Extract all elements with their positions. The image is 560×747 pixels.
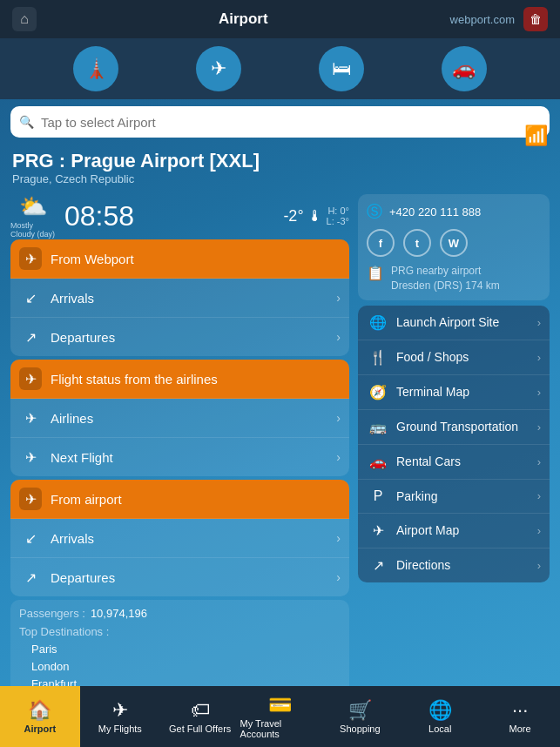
departures-item-1[interactable]: ↗ Departures › (10, 318, 349, 356)
tab-icon: 🌐 (428, 699, 452, 722)
tab-bar: 🏠 Airport ✈ My Flights 🏷 Get Full Offers… (0, 686, 560, 747)
search-bar[interactable]: 🔍 (10, 106, 550, 138)
rm-icon: ✈ (367, 522, 389, 539)
from-webport-header[interactable]: ✈ From Webport (10, 239, 349, 279)
from-airport-header[interactable]: ✈ From airport (10, 480, 349, 519)
flight-status-header[interactable]: ✈ Flight status from the airlines (10, 360, 349, 399)
right-menu-item[interactable]: 🍴 Food / Shops › (358, 340, 550, 375)
arrivals-item-2[interactable]: ↙ Arrivals › (10, 519, 349, 558)
nav-icons-row: 🗼 ✈ 🛏 🚗 (0, 38, 560, 99)
passengers-row: Passengers : 10,974,196 (19, 607, 341, 620)
facebook-icon[interactable]: f (367, 229, 395, 257)
right-menu: 🌐 Launch Airport Site › 🍴 Food / Shops ›… (358, 306, 550, 582)
rm-label: Food / Shops (396, 350, 537, 364)
webport-link[interactable]: webport.com (450, 13, 515, 26)
tab-label: Local (428, 723, 451, 734)
rm-label: Parking (396, 489, 537, 503)
airport-details: Ⓢ +420 220 111 888 f t W 📋 PRG nearby ai… (358, 194, 550, 300)
temp-low: L: -3° (327, 216, 349, 226)
rm-label: Airport Map (396, 523, 537, 537)
arrivals-icon-2: ↙ (19, 527, 42, 549)
flight-nav-icon[interactable]: ✈ (196, 46, 241, 91)
rm-icon: 🌐 (367, 314, 389, 331)
weather-emoji: ⛅ (19, 193, 47, 220)
social-row: f t W (367, 229, 541, 257)
wikipedia-icon[interactable]: W (440, 229, 468, 257)
tab-icon: 🏷 (191, 699, 210, 722)
trash-icon[interactable]: 🗑 (523, 7, 548, 31)
wifi-icon[interactable]: 📶 (524, 124, 548, 147)
nearby-row: 📋 PRG nearby airport Dresden (DRS) 174 k… (367, 264, 541, 293)
arrivals-icon-1: ↙ (19, 286, 42, 309)
tab-label: Get Full Offers (169, 723, 231, 734)
airport-name: PRG : Prague Airport [XXL] (12, 150, 548, 172)
next-flight-icon: ✈ (19, 446, 42, 468)
rm-chevron-icon: › (537, 455, 541, 468)
right-menu-item[interactable]: ↗ Directions › (358, 548, 550, 582)
right-panel: Ⓢ +420 220 111 888 f t W 📋 PRG nearby ai… (358, 194, 550, 747)
nearby-airport-label: PRG nearby airport (391, 264, 500, 279)
tab-item-get-full-offers[interactable]: 🏷 Get Full Offers (160, 686, 240, 747)
from-webport-label: From Webport (51, 252, 341, 266)
search-input[interactable] (41, 115, 541, 130)
rm-chevron-icon: › (537, 386, 541, 399)
weather-label: Mostly Cloudy (day) (10, 221, 56, 239)
from-airport-section: ✈ From airport ↙ Arrivals › ↗ Departures… (10, 480, 349, 596)
rm-label: Rental Cars (396, 454, 537, 468)
temp-high: H: 0° (327, 205, 349, 216)
tab-label: More (509, 723, 531, 734)
right-menu-item[interactable]: 🧭 Terminal Map › (358, 375, 550, 410)
arrivals-label-2: Arrivals (51, 531, 336, 546)
rm-chevron-icon: › (537, 559, 541, 572)
page-title: Airport (219, 10, 268, 28)
right-menu-item[interactable]: 🚗 Rental Cars › (358, 445, 550, 480)
right-menu-item[interactable]: 🚌 Ground Transportation › (358, 410, 550, 445)
chevron-icon: › (336, 531, 341, 545)
tab-item-my-travel-accounts[interactable]: 💳 My Travel Accounts (240, 686, 320, 747)
arrivals-label-1: Arrivals (51, 291, 336, 306)
twitter-icon[interactable]: t (403, 229, 431, 257)
home-icon[interactable]: ⌂ (12, 7, 37, 31)
airport-info: PRG : Prague Airport [XXL] Prague, Czech… (0, 145, 560, 189)
rm-label: Terminal Map (396, 385, 537, 399)
top-bar: ⌂ Airport webport.com 🗑 (0, 0, 560, 38)
rm-label: Directions (396, 558, 537, 572)
right-menu-item[interactable]: 🌐 Launch Airport Site › (358, 306, 550, 340)
tower-nav-icon[interactable]: 🗼 (73, 46, 118, 91)
tab-item-shopping[interactable]: 🛒 Shopping (320, 686, 400, 747)
tab-item-local[interactable]: 🌐 Local (400, 686, 480, 747)
tab-icon: 💳 (268, 694, 292, 717)
tab-icon: 🏠 (28, 699, 51, 722)
tab-item-airport[interactable]: 🏠 Airport (0, 686, 80, 747)
right-menu-item[interactable]: P Parking › (358, 480, 550, 514)
rm-label: Ground Transportation (396, 420, 537, 434)
rm-icon: ↗ (367, 557, 389, 574)
weather-icon-box: ⛅ Mostly Cloudy (day) (10, 198, 56, 234)
tab-item-more[interactable]: ··· More (480, 686, 560, 747)
rm-chevron-icon: › (537, 316, 541, 329)
chevron-icon: › (336, 411, 341, 425)
hotel-nav-icon[interactable]: 🛏 (319, 46, 364, 91)
car-nav-icon[interactable]: 🚗 (442, 46, 487, 91)
departures-icon-2: ↗ (19, 566, 42, 589)
airlines-item[interactable]: ✈ Airlines › (10, 399, 349, 438)
rm-icon: P (367, 488, 389, 504)
tab-item-my-flights[interactable]: ✈ My Flights (80, 686, 160, 747)
weather-temp-box: -2° 🌡 H: 0° L: -3° (283, 205, 349, 226)
skype-icon: Ⓢ (367, 201, 382, 222)
rm-chevron-icon: › (537, 421, 541, 434)
arrivals-item-1[interactable]: ↙ Arrivals › (10, 279, 349, 318)
rm-icon: 🚌 (367, 419, 389, 435)
phone-number[interactable]: +420 220 111 888 (389, 205, 481, 219)
airlines-icon: ✈ (19, 407, 42, 429)
chevron-icon: › (336, 450, 341, 464)
weather-row: ⛅ Mostly Cloudy (day) 08:58 -2° 🌡 H: 0° … (10, 194, 349, 239)
phone-row: Ⓢ +420 220 111 888 (367, 201, 541, 222)
next-flight-item[interactable]: ✈ Next Flight › (10, 438, 349, 476)
right-menu-item[interactable]: ✈ Airport Map › (358, 514, 550, 548)
rm-chevron-icon: › (537, 351, 541, 364)
tab-icon: ✈ (112, 699, 128, 722)
departures-item-2[interactable]: ↗ Departures › (10, 558, 349, 596)
departures-icon-1: ↗ (19, 326, 42, 348)
from-airport-icon: ✈ (19, 488, 42, 510)
